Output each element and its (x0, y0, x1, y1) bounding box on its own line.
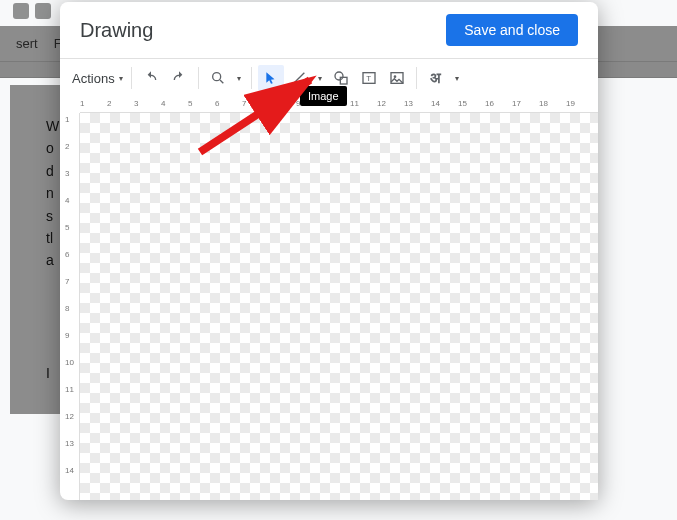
textbox-tool-button[interactable]: T (356, 65, 382, 91)
ruler-tick: 19 (566, 99, 575, 108)
script-dropdown[interactable] (451, 74, 463, 83)
ruler-tick: 9 (65, 331, 69, 340)
ruler-tick: 18 (539, 99, 548, 108)
vertical-ruler: 1234567891011121314 (60, 113, 80, 500)
ruler-tick: 10 (65, 358, 74, 367)
line-icon (291, 70, 307, 86)
ruler-tick: 12 (377, 99, 386, 108)
ruler-tick: 7 (242, 99, 246, 108)
drawing-modal: Drawing Save and close Actions T (60, 2, 598, 500)
drawing-canvas[interactable] (80, 113, 598, 500)
script-tool-button[interactable]: अ (423, 65, 449, 91)
ruler-tick: 13 (65, 439, 74, 448)
ruler-tick: 17 (512, 99, 521, 108)
ruler-tick: 1 (80, 99, 84, 108)
magnifier-icon (210, 70, 226, 86)
menu-insert: sert (16, 36, 38, 51)
separator (198, 67, 199, 89)
ruler-tick: 16 (485, 99, 494, 108)
undo-button[interactable] (138, 65, 164, 91)
image-tooltip: Image (300, 86, 347, 106)
ruler-tick: 12 (65, 412, 74, 421)
svg-point-8 (393, 75, 396, 78)
svg-point-0 (212, 73, 220, 81)
svg-line-1 (220, 80, 223, 83)
ruler-tick: 4 (65, 196, 69, 205)
redo-icon (171, 70, 187, 86)
line-dropdown[interactable] (314, 74, 326, 83)
svg-point-3 (335, 72, 343, 80)
image-icon (389, 70, 405, 86)
separator (251, 67, 252, 89)
canvas-wrap: 1234567891011121314 (60, 113, 598, 500)
ruler-tick: 11 (65, 385, 74, 394)
ruler-tick: 14 (65, 466, 74, 475)
ruler-tick: 2 (107, 99, 111, 108)
zoom-button[interactable] (205, 65, 231, 91)
separator (131, 67, 132, 89)
ruler-tick: 4 (161, 99, 165, 108)
ruler-tick: 5 (188, 99, 192, 108)
ruler-tick: 13 (404, 99, 413, 108)
undo-icon (143, 70, 159, 86)
select-tool-button[interactable] (258, 65, 284, 91)
cloud-icon (35, 3, 51, 19)
svg-rect-4 (340, 77, 347, 84)
ruler-tick: 3 (134, 99, 138, 108)
ruler-tick: 8 (269, 99, 273, 108)
modal-title: Drawing (80, 19, 153, 42)
ruler-tick: 5 (65, 223, 69, 232)
svg-text:T: T (366, 74, 371, 83)
docs-tab-icons (13, 3, 51, 19)
ruler-tick: 7 (65, 277, 69, 286)
ruler-tick: 11 (350, 99, 359, 108)
image-tool-button[interactable] (384, 65, 410, 91)
ruler-tick: 6 (215, 99, 219, 108)
actions-menu[interactable]: Actions (70, 67, 125, 90)
ruler-tick: 2 (65, 142, 69, 151)
ruler-tick: 8 (65, 304, 69, 313)
ruler-tick: 3 (65, 169, 69, 178)
ruler-tick: 6 (65, 250, 69, 259)
ruler-tick: 1 (65, 115, 69, 124)
modal-header: Drawing Save and close (60, 2, 598, 58)
shape-icon (333, 70, 349, 86)
ruler-tick: 14 (431, 99, 440, 108)
devanagari-icon: अ (430, 69, 441, 87)
svg-line-2 (293, 73, 304, 84)
redo-button[interactable] (166, 65, 192, 91)
ruler-tick: 15 (458, 99, 467, 108)
textbox-icon: T (361, 70, 377, 86)
separator (416, 67, 417, 89)
tab-icon (13, 3, 29, 19)
zoom-dropdown[interactable] (233, 74, 245, 83)
cursor-icon (264, 71, 278, 85)
save-and-close-button[interactable]: Save and close (446, 14, 578, 46)
